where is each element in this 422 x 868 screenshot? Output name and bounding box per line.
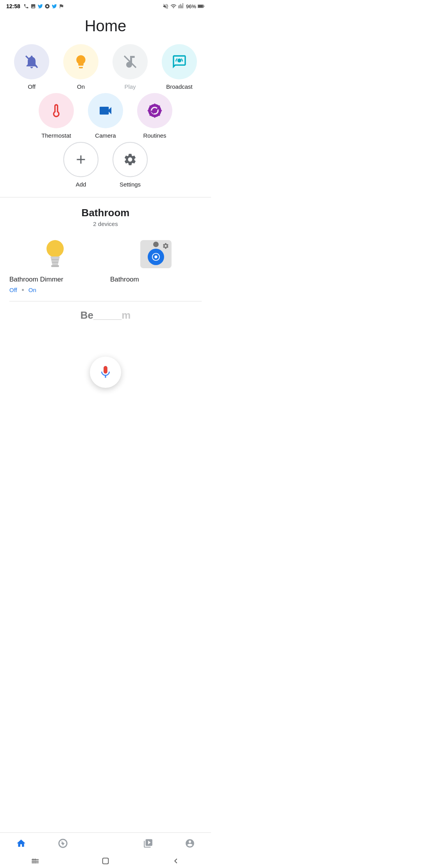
page-title: Home bbox=[0, 17, 211, 35]
shortcut-on-circle bbox=[63, 44, 98, 79]
shortcut-on-label: On bbox=[77, 83, 85, 90]
svg-rect-4 bbox=[204, 6, 204, 7]
shortcut-on[interactable]: On bbox=[59, 44, 102, 90]
main-divider bbox=[0, 197, 211, 197]
next-room-partial: Be_____m bbox=[9, 309, 202, 323]
gear-icon bbox=[123, 152, 137, 167]
mic-button[interactable] bbox=[90, 357, 121, 388]
room-divider bbox=[9, 301, 202, 301]
shortcut-routines-label: Routines bbox=[143, 132, 166, 139]
wifi-icon bbox=[170, 3, 177, 9]
twitter2-icon bbox=[52, 4, 57, 9]
bathroom-section: Bathroom 2 devices Bathroom Dimmer bbox=[0, 207, 211, 323]
shortcut-add-label: Add bbox=[76, 181, 86, 188]
svg-point-14 bbox=[154, 255, 157, 258]
shortcut-routines[interactable]: Routines bbox=[133, 93, 176, 139]
play-ring-icon bbox=[152, 253, 160, 261]
shortcuts-section: Off On Play bbox=[0, 44, 211, 188]
flag-icon bbox=[59, 4, 64, 9]
dimmer-bulb-icon bbox=[39, 237, 71, 271]
battery-percent: 96% bbox=[186, 4, 196, 9]
broadcast-icon bbox=[172, 54, 187, 70]
shortcut-camera-circle bbox=[88, 93, 123, 128]
mic-button-container bbox=[90, 357, 121, 388]
shortcut-off[interactable]: Off bbox=[10, 44, 53, 90]
shortcuts-row-3: Add Settings bbox=[9, 142, 202, 188]
shortcut-thermostat-circle bbox=[39, 93, 74, 128]
shortcut-play-label: Play bbox=[124, 83, 136, 90]
room-device-count: 2 devices bbox=[9, 221, 202, 227]
shortcut-add-circle bbox=[63, 142, 98, 177]
header: Home bbox=[0, 11, 211, 44]
missed-call-icon bbox=[23, 4, 29, 9]
device-bathroom-display[interactable]: Bathroom bbox=[110, 237, 202, 293]
status-bar: 12:58 96% bbox=[0, 0, 211, 11]
svg-rect-12 bbox=[51, 265, 59, 267]
shortcut-thermostat[interactable]: Thermostat bbox=[35, 93, 78, 139]
svg-marker-9 bbox=[50, 256, 60, 265]
status-right: 96% bbox=[163, 3, 205, 9]
twitter-icon bbox=[38, 4, 43, 9]
control-separator bbox=[22, 289, 24, 291]
mute-icon bbox=[163, 3, 169, 9]
shortcut-add[interactable]: Add bbox=[59, 142, 102, 188]
shortcut-off-label: Off bbox=[28, 83, 36, 90]
dimmer-name: Bathroom Dimmer bbox=[9, 276, 63, 283]
shortcut-settings[interactable]: Settings bbox=[109, 142, 152, 188]
svg-rect-3 bbox=[198, 5, 203, 7]
shortcuts-row-1: Off On Play bbox=[9, 44, 202, 90]
display-icon-area bbox=[110, 237, 202, 272]
lightbulb-icon bbox=[73, 54, 89, 70]
svg-point-1 bbox=[46, 5, 48, 7]
shortcut-settings-label: Settings bbox=[120, 181, 141, 188]
shortcut-play[interactable]: Play bbox=[109, 44, 152, 90]
plus-icon bbox=[74, 152, 88, 167]
microphone-icon bbox=[98, 365, 113, 380]
status-left: 12:58 bbox=[6, 3, 64, 9]
battery-icon bbox=[198, 4, 205, 9]
devices-row: Bathroom Dimmer Off On bbox=[9, 237, 202, 293]
shortcut-play-circle bbox=[113, 44, 148, 79]
shortcut-broadcast-label: Broadcast bbox=[166, 83, 193, 90]
shortcut-camera-label: Camera bbox=[95, 132, 116, 139]
device-bathroom-dimmer[interactable]: Bathroom Dimmer Off On bbox=[9, 237, 101, 293]
display-name: Bathroom bbox=[110, 276, 139, 283]
dimmer-off-btn[interactable]: Off bbox=[9, 287, 17, 293]
svg-point-8 bbox=[46, 240, 64, 257]
signal-icon bbox=[178, 3, 184, 9]
shortcut-thermostat-label: Thermostat bbox=[41, 132, 71, 139]
shortcut-broadcast[interactable]: Broadcast bbox=[158, 44, 201, 90]
next-room-label: Be_____m bbox=[80, 309, 131, 321]
shortcut-broadcast-circle bbox=[162, 44, 197, 79]
music-icon bbox=[45, 4, 50, 9]
dimmer-icon-area bbox=[9, 237, 101, 272]
no-bell-icon bbox=[24, 54, 39, 70]
smart-display-widget bbox=[140, 240, 172, 268]
dimmer-controls: Off On bbox=[9, 287, 36, 293]
shortcut-routines-circle bbox=[137, 93, 172, 128]
brightness-icon bbox=[147, 103, 163, 118]
shortcut-off-circle bbox=[14, 44, 49, 79]
no-music-icon bbox=[122, 54, 138, 70]
camera-icon bbox=[98, 103, 113, 118]
room-title: Bathroom bbox=[9, 207, 202, 219]
dimmer-on-btn[interactable]: On bbox=[29, 287, 36, 293]
shortcuts-row-2: Thermostat Camera Rou bbox=[9, 93, 202, 139]
svg-point-7 bbox=[177, 59, 181, 63]
image-icon bbox=[30, 4, 36, 9]
shortcut-settings-circle bbox=[113, 142, 148, 177]
status-time: 12:58 bbox=[6, 3, 20, 9]
shortcut-camera[interactable]: Camera bbox=[84, 93, 127, 139]
thermostat-icon bbox=[48, 103, 64, 118]
